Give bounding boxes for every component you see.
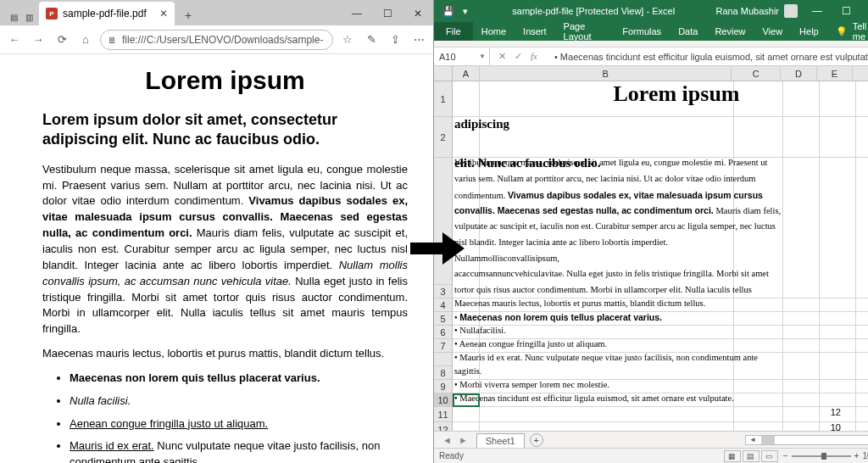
excel-minimize-button[interactable]: — xyxy=(803,0,832,22)
cells-area[interactable]: Lorem ipsumadipiscingelit. Nunc ac fauci… xyxy=(453,81,868,431)
forward-button[interactable]: → xyxy=(29,31,47,49)
app-list-icon[interactable]: ▥ xyxy=(24,12,34,22)
cell[interactable]: Vestibulum neque massa, scelerisque sit … xyxy=(454,158,844,169)
namebox-dropdown-icon[interactable]: ▼ xyxy=(479,53,486,60)
favorite-button[interactable]: ☆ xyxy=(338,31,357,49)
row-header[interactable]: 7 xyxy=(434,339,452,353)
column-header[interactable]: B xyxy=(480,66,732,81)
column-header[interactable]: C xyxy=(732,66,781,81)
cell[interactable]: convallis. Maecenas sed egestas nulla, a… xyxy=(454,205,844,217)
row-header[interactable]: 5 xyxy=(434,312,452,326)
cell[interactable]: condimentum. Vivamus dapibus sodales ex,… xyxy=(454,190,844,202)
user-account[interactable]: Rana Mubashir xyxy=(710,4,803,18)
tab-title: sample-pdf-file.pdf xyxy=(63,8,147,20)
ribbon-tab-data[interactable]: Data xyxy=(670,22,706,41)
cell[interactable]: Maecenas mauris lectus, lobortis et puru… xyxy=(454,298,844,310)
cell[interactable]: Lorem ipsum xyxy=(481,81,868,107)
column-header[interactable]: D xyxy=(781,66,817,81)
back-button[interactable]: ← xyxy=(5,31,24,49)
home-button[interactable]: ⌂ xyxy=(76,31,95,49)
sheet-nav-prev-icon[interactable]: ◄ xyxy=(442,435,452,445)
ribbon-tab-help[interactable]: Help xyxy=(791,22,827,41)
cell[interactable]: • Nullafacilisi. xyxy=(454,326,844,337)
app-menu-icon[interactable]: ▤ xyxy=(8,12,19,22)
row-header[interactable]: 6 xyxy=(434,326,452,339)
cell[interactable]: nisl blandit. Integer lacinia ante ac li… xyxy=(454,237,844,248)
row-header[interactable]: 8 xyxy=(434,366,452,380)
enter-formula-icon[interactable]: ✓ xyxy=(515,51,522,62)
cancel-formula-icon[interactable]: ✕ xyxy=(498,51,506,62)
cell[interactable]: adipiscing xyxy=(454,117,844,131)
status-text: Ready xyxy=(439,451,464,460)
sheet-tab[interactable]: Sheet1 xyxy=(476,433,525,448)
status-bar: Ready ▦ ▤ ▭ − + 100% xyxy=(434,448,868,463)
maximize-button[interactable]: ☐ xyxy=(372,2,403,25)
cell[interactable]: • Morbi viverra semper lorem nec molesti… xyxy=(454,380,844,391)
cell[interactable]: acaccumsannuncvehiculavitae. Nulla eget … xyxy=(454,269,844,280)
formula-value[interactable]: • Maecenas tincidunt est efficitur ligul… xyxy=(551,52,868,62)
row-header[interactable]: 9 xyxy=(434,380,452,393)
cell[interactable]: • Mauris id ex erat. Nunc vulputate nequ… xyxy=(454,353,844,364)
close-window-button[interactable]: ✕ xyxy=(403,2,433,25)
zoom-out-icon[interactable]: − xyxy=(783,451,788,460)
menu-button[interactable]: ⋯ xyxy=(409,31,428,49)
name-box[interactable]: A10 ▼ xyxy=(434,47,490,66)
ribbon-tab-review[interactable]: Review xyxy=(706,22,754,41)
cell[interactable]: tortor quis risus auctor condimentum. Mo… xyxy=(454,285,844,296)
conversion-arrow-icon xyxy=(409,227,468,270)
horizontal-scrollbar[interactable]: ◄► xyxy=(745,435,868,445)
fx-icon[interactable]: fx xyxy=(531,51,542,62)
close-tab-icon[interactable]: ✕ xyxy=(159,8,168,20)
excel-maximize-button[interactable]: ☐ xyxy=(832,0,860,22)
zoom-in-icon[interactable]: + xyxy=(854,451,860,460)
select-all-corner[interactable] xyxy=(434,66,453,81)
row-header[interactable]: 12 xyxy=(434,422,452,431)
ribbon-tab-insert[interactable]: Insert xyxy=(515,22,555,41)
column-header[interactable]: A xyxy=(453,66,480,81)
ribbon-tab-page-layout[interactable]: Page Layout xyxy=(555,22,615,41)
browser-tab[interactable]: P sample-pdf-file.pdf ✕ xyxy=(39,2,175,25)
cell[interactable]: • Aenean congue fringilla justo ut aliqu… xyxy=(454,339,844,350)
cell[interactable]: 12 xyxy=(454,407,844,417)
spreadsheet-grid[interactable]: ABCDEF 123456789101112 Lorem ipsumadipis… xyxy=(434,66,868,431)
cell[interactable]: vulputate ac suscipit et, iaculis non es… xyxy=(454,221,844,232)
row-header[interactable]: 10 xyxy=(434,393,452,407)
cell[interactable]: varius sem. Nullam at porttitor arcu, ne… xyxy=(454,174,844,185)
cell[interactable]: sagittis. xyxy=(454,366,844,377)
ribbon-tab-file[interactable]: File xyxy=(434,22,473,41)
row-header[interactable]: 2 xyxy=(434,117,452,158)
row-header[interactable]: 1 xyxy=(434,81,452,117)
cell[interactable]: • Maecenas non lorem quis tellus placera… xyxy=(454,312,844,324)
normal-view-icon[interactable]: ▦ xyxy=(724,450,741,462)
reading-button[interactable]: ✎ xyxy=(362,31,381,49)
file-icon: 🗎 xyxy=(108,35,117,45)
column-headers[interactable]: ABCDEF xyxy=(453,66,868,81)
sheet-nav-next-icon[interactable]: ► xyxy=(459,435,468,445)
cell[interactable]: • Maecenas tincidunt est efficitur ligul… xyxy=(454,393,844,404)
new-tab-button[interactable]: + xyxy=(178,5,198,25)
row-header[interactable]: 3 xyxy=(434,285,452,298)
ribbon-tab-view[interactable]: View xyxy=(754,22,791,41)
share-button[interactable]: ⇪ xyxy=(386,31,404,49)
column-header[interactable]: E xyxy=(817,66,854,81)
qat-dropdown-icon[interactable]: ▾ xyxy=(463,6,468,17)
zoom-control[interactable]: − + 100% xyxy=(783,451,868,460)
cell[interactable]: 10 xyxy=(454,422,844,431)
ribbon-tab-home[interactable]: Home xyxy=(473,22,515,41)
row-header[interactable] xyxy=(434,353,452,366)
zoom-slider[interactable] xyxy=(792,455,851,457)
save-icon[interactable]: 💾 xyxy=(442,6,454,17)
minimize-button[interactable]: — xyxy=(342,2,372,25)
tell-me[interactable]: 💡 Tell me xyxy=(827,21,868,42)
excel-close-button[interactable]: ✕ xyxy=(860,0,868,22)
row-header[interactable]: 4 xyxy=(434,298,452,312)
reload-button[interactable]: ⟳ xyxy=(53,31,71,49)
address-bar[interactable]: 🗎 file:///C:/Users/LENOVO/Downloads/samp… xyxy=(100,30,333,50)
cell[interactable]: Nullammollisconvallisipsum, xyxy=(454,254,844,265)
row-header[interactable]: 11 xyxy=(434,407,452,422)
ribbon-tab-formulas[interactable]: Formulas xyxy=(614,22,670,41)
page-break-view-icon[interactable]: ▭ xyxy=(761,450,778,462)
column-header[interactable]: F xyxy=(853,66,868,81)
add-sheet-button[interactable]: + xyxy=(530,433,543,447)
page-layout-view-icon[interactable]: ▤ xyxy=(743,450,760,462)
